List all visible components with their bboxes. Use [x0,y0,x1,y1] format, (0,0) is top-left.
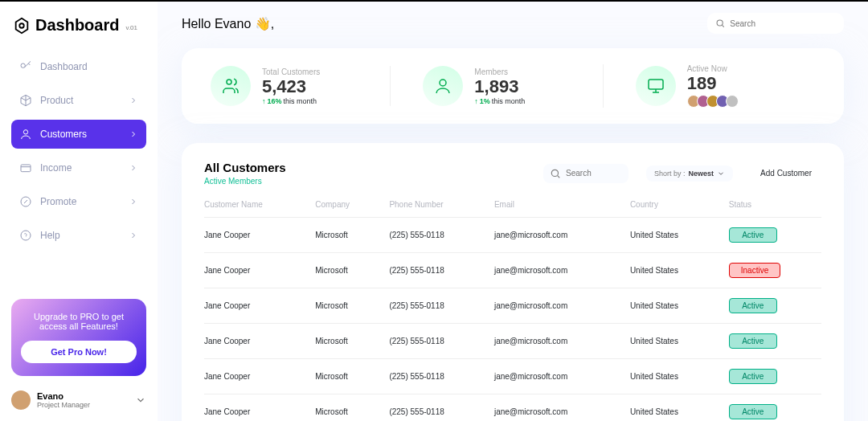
cell-company: Microsoft [315,218,389,253]
stat-value: 5,423 [262,77,320,96]
arrow-up-icon: ↑ [262,97,266,105]
cell-email: jane@microsoft.com [494,324,630,359]
key-icon [19,60,32,73]
table-row[interactable]: Jane CooperMicrosoft(225) 555-0118jane@m… [204,218,821,253]
cell-country: United States [630,218,729,253]
cell-email: jane@microsoft.com [494,394,630,421]
panel-search[interactable] [543,164,628,183]
customers-table: Customer NameCompanyPhone NumberEmailCou… [204,200,821,421]
svg-rect-8 [649,80,663,89]
user-icon [19,128,32,141]
arrow-up-icon: ↑ [474,97,478,105]
svg-point-1 [23,130,27,134]
stat-trend: ↑1% this month [474,97,525,105]
chevron-right-icon [129,163,138,173]
column-header: Phone Number [389,200,494,218]
nav-label: Customers [40,129,87,140]
status-badge: Active [729,298,777,313]
stat-label: Total Customers [262,67,320,76]
column-header: Customer Name [204,200,315,218]
wallet-icon [19,161,32,174]
panel-title: All Customers [204,161,286,174]
add-customer-button[interactable]: Add Customer [751,165,821,182]
panel-subtitle: Active Members [204,177,286,186]
table-row[interactable]: Jane CooperMicrosoft(225) 555-0118jane@m… [204,253,821,288]
logo-icon [13,17,31,35]
sort-label: Short by : [654,170,686,178]
svg-point-5 [717,20,723,26]
sidebar-item-dashboard[interactable]: Dashboard [11,52,146,81]
cell-phone: (225) 555-0118 [389,324,494,359]
status-badge: Active [729,333,777,349]
chevron-right-icon [129,96,138,105]
avatar-dot [726,95,739,108]
stat-label: Active Now [687,64,739,73]
sort-dropdown[interactable]: Short by : Newest [646,166,733,182]
greeting: Hello Evano 👋, [182,16,274,31]
stat-value: 189 [687,74,739,93]
cell-country: United States [630,394,729,421]
global-search-input[interactable] [730,19,836,28]
column-header: Status [729,200,821,218]
customers-panel: All Customers Active Members Short by : … [182,143,844,421]
panel-search-input[interactable] [566,169,622,178]
sidebar-item-help[interactable]: Help [11,221,146,250]
cell-company: Microsoft [315,253,389,288]
stat-icon [211,66,251,106]
cell-phone: (225) 555-0118 [389,253,494,288]
search-icon [550,168,561,179]
promo-text: Upgrade to PRO to get access all Feature… [21,312,137,331]
cell-country: United States [630,359,729,394]
cell-country: United States [630,324,729,359]
cell-company: Microsoft [315,288,389,324]
stat-total-customers: Total Customers5,423↑16% this month [211,66,390,106]
stat-trend: ↑16% this month [262,97,320,105]
user-profile[interactable]: Evano Project Manager [11,390,146,410]
global-search[interactable] [707,13,844,34]
sidebar-item-customers[interactable]: Customers [11,120,146,149]
promo-card: Upgrade to PRO to get access all Feature… [11,299,146,376]
cell-name: Jane Cooper [204,218,315,253]
cell-name: Jane Cooper [204,253,315,288]
chevron-down-icon[interactable] [135,394,146,406]
topbar: Hello Evano 👋, [182,13,844,34]
nav-label: Dashboard [40,61,88,72]
sidebar-nav: DashboardProductCustomersIncomePromoteHe… [11,52,146,250]
stat-icon [423,66,463,106]
sidebar-item-product[interactable]: Product [11,86,146,115]
cell-company: Microsoft [315,359,389,394]
stat-icon [636,66,676,106]
table-row[interactable]: Jane CooperMicrosoft(225) 555-0118jane@m… [204,324,821,359]
svg-point-11 [551,170,558,176]
cell-company: Microsoft [315,324,389,359]
svg-point-7 [440,80,446,86]
cell-name: Jane Cooper [204,394,315,421]
main-content: Hello Evano 👋, Total Customers5,423↑16% … [158,2,868,421]
chevron-right-icon [129,197,138,206]
table-row[interactable]: Jane CooperMicrosoft(225) 555-0118jane@m… [204,394,821,421]
column-header: Country [630,200,729,218]
status-badge: Active [729,369,777,384]
sidebar-item-income[interactable]: Income [11,153,146,182]
cell-email: jane@microsoft.com [494,218,630,253]
stat-members: Members1,893↑1% this month [390,66,602,106]
logo-text: Dashboard [35,16,119,35]
table-row[interactable]: Jane CooperMicrosoft(225) 555-0118jane@m… [204,359,821,394]
chevron-down-icon [717,170,725,178]
chevron-right-icon [129,231,138,240]
stat-active-now: Active Now189 [603,64,815,108]
sidebar-item-promote[interactable]: Promote [11,187,146,216]
cell-name: Jane Cooper [204,359,315,394]
user-role: Project Manager [37,401,90,409]
cell-phone: (225) 555-0118 [389,359,494,394]
get-pro-button[interactable]: Get Pro Now! [21,341,137,363]
logo-version: v.01 [125,24,137,31]
cube-icon [19,94,32,107]
user-name: Evano [37,391,90,401]
cell-company: Microsoft [315,394,389,421]
cell-email: jane@microsoft.com [494,359,630,394]
table-row[interactable]: Jane CooperMicrosoft(225) 555-0118jane@m… [204,288,821,324]
status-badge: Active [729,227,777,243]
chevron-right-icon [129,129,138,139]
active-avatars [687,95,739,108]
